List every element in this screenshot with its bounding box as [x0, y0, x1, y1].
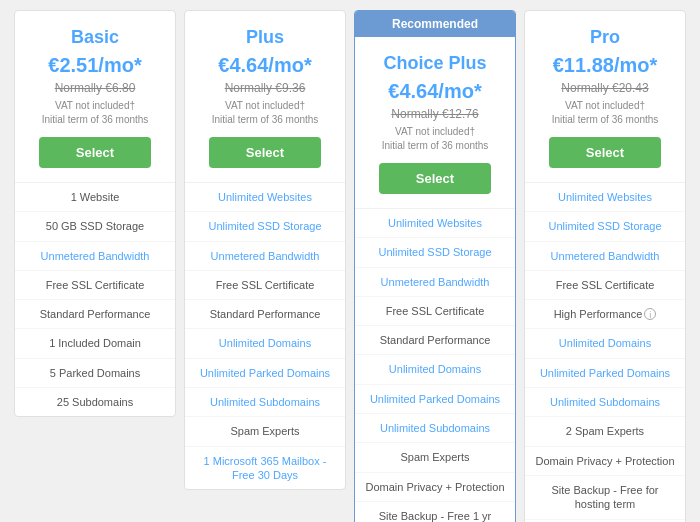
features-list-basic: 1 Website50 GB SSD StorageUnmetered Band…: [15, 183, 175, 416]
plan-name-basic: Basic: [25, 27, 165, 48]
feature-item: Domain Privacy + Protection: [525, 447, 685, 476]
recommended-badge: Recommended: [355, 11, 515, 37]
plan-vat-pro: VAT not included†Initial term of 36 mont…: [535, 99, 675, 127]
feature-item: Free SSL Certificate: [185, 271, 345, 300]
feature-item: Spam Experts: [185, 417, 345, 446]
feature-item: Domain Privacy + Protection: [355, 473, 515, 502]
plan-card-pro: Pro €11.88/mo* Normally €20.43 VAT not i…: [524, 10, 686, 522]
select-button-choice-plus[interactable]: Select: [379, 163, 491, 194]
plan-vat-choice-plus: VAT not included†Initial term of 36 mont…: [365, 125, 505, 153]
plan-header-pro: Pro €11.88/mo* Normally €20.43 VAT not i…: [525, 11, 685, 183]
plan-name-plus: Plus: [195, 27, 335, 48]
feature-item: Unlimited Parked Domains: [355, 385, 515, 414]
feature-item: Unlimited Websites: [355, 209, 515, 238]
feature-item: Free SSL Certificate: [15, 271, 175, 300]
feature-item: Unlimited SSD Storage: [355, 238, 515, 267]
select-button-plus[interactable]: Select: [209, 137, 321, 168]
feature-item: Site Backup - Free 1 yr: [355, 502, 515, 522]
plan-price-choice-plus: €4.64/mo*: [365, 80, 505, 103]
plan-original-price-choice-plus: Normally €12.76: [365, 107, 505, 121]
plan-vat-plus: VAT not included†Initial term of 36 mont…: [195, 99, 335, 127]
feature-item: Standard Performance: [355, 326, 515, 355]
feature-item: Standard Performance: [15, 300, 175, 329]
features-list-choice-plus: Unlimited WebsitesUnlimited SSD StorageU…: [355, 209, 515, 522]
plan-header-choice-plus: Choice Plus €4.64/mo* Normally €12.76 VA…: [355, 37, 515, 209]
feature-item: Unlimited Parked Domains: [525, 359, 685, 388]
feature-item: Unlimited Parked Domains: [185, 359, 345, 388]
feature-item: Unmetered Bandwidth: [185, 242, 345, 271]
feature-item: 5 Parked Domains: [15, 359, 175, 388]
feature-item: Unmetered Bandwidth: [15, 242, 175, 271]
plan-card-plus: Plus €4.64/mo* Normally €9.36 VAT not in…: [184, 10, 346, 490]
features-list-pro: Unlimited WebsitesUnlimited SSD StorageU…: [525, 183, 685, 522]
plan-name-pro: Pro: [535, 27, 675, 48]
feature-item: Unlimited Domains: [355, 355, 515, 384]
feature-item: Unlimited Domains: [525, 329, 685, 358]
plan-card-choice-plus: Recommended Choice Plus €4.64/mo* Normal…: [354, 10, 516, 522]
feature-item: 2 Spam Experts: [525, 417, 685, 446]
feature-item: 1 Included Domain: [15, 329, 175, 358]
feature-item: Free SSL Certificate: [525, 271, 685, 300]
plan-original-price-basic: Normally €6.80: [25, 81, 165, 95]
plan-original-price-pro: Normally €20.43: [535, 81, 675, 95]
feature-item: 25 Subdomains: [15, 388, 175, 416]
feature-item: Site Backup - Free for hosting term: [525, 476, 685, 520]
plan-price-pro: €11.88/mo*: [535, 54, 675, 77]
plan-original-price-plus: Normally €9.36: [195, 81, 335, 95]
select-button-pro[interactable]: Select: [549, 137, 661, 168]
feature-item: Unlimited SSD Storage: [185, 212, 345, 241]
plan-header-basic: Basic €2.51/mo* Normally €6.80 VAT not i…: [15, 11, 175, 183]
plan-header-plus: Plus €4.64/mo* Normally €9.36 VAT not in…: [185, 11, 345, 183]
pricing-container: Basic €2.51/mo* Normally €6.80 VAT not i…: [10, 10, 690, 522]
feature-item: Unlimited Subdomains: [355, 414, 515, 443]
plan-vat-basic: VAT not included†Initial term of 36 mont…: [25, 99, 165, 127]
feature-item: Unmetered Bandwidth: [525, 242, 685, 271]
info-icon[interactable]: i: [644, 308, 656, 320]
feature-item: Unlimited Websites: [185, 183, 345, 212]
feature-item: Free SSL Certificate: [355, 297, 515, 326]
plan-card-basic: Basic €2.51/mo* Normally €6.80 VAT not i…: [14, 10, 176, 417]
select-button-basic[interactable]: Select: [39, 137, 151, 168]
feature-item: Standard Performance: [185, 300, 345, 329]
feature-item: Spam Experts: [355, 443, 515, 472]
plan-name-choice-plus: Choice Plus: [365, 53, 505, 74]
feature-item: Unlimited Subdomains: [185, 388, 345, 417]
plan-price-plus: €4.64/mo*: [195, 54, 335, 77]
feature-item: Unlimited SSD Storage: [525, 212, 685, 241]
feature-item: High Performancei: [525, 300, 685, 329]
feature-item: 50 GB SSD Storage: [15, 212, 175, 241]
feature-item: 1 Microsoft 365 Mailbox - Free 30 Days: [185, 447, 345, 490]
features-list-plus: Unlimited WebsitesUnlimited SSD StorageU…: [185, 183, 345, 489]
feature-item: Unlimited Domains: [185, 329, 345, 358]
feature-item: Unlimited Subdomains: [525, 388, 685, 417]
feature-item: Unmetered Bandwidth: [355, 268, 515, 297]
feature-item: Unlimited Websites: [525, 183, 685, 212]
feature-item: 1 Website: [15, 183, 175, 212]
plan-price-basic: €2.51/mo*: [25, 54, 165, 77]
